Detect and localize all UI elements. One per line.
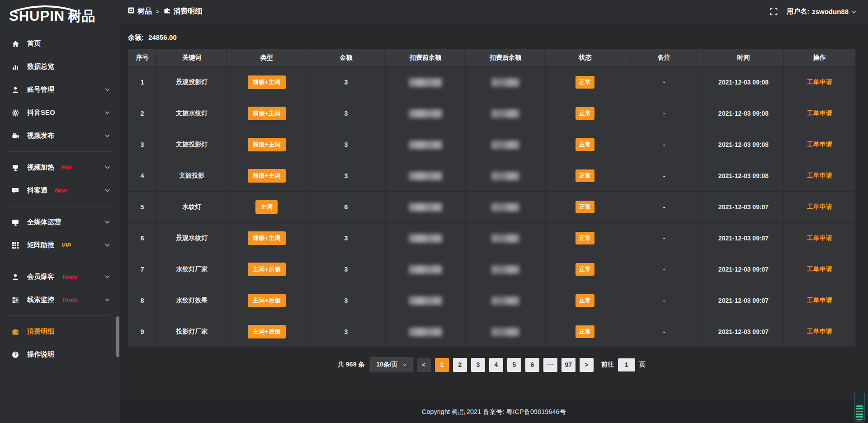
- wallet-icon: [12, 328, 21, 335]
- sidebar-item-douketong[interactable]: 抖客通 New: [0, 179, 120, 202]
- censored-balance-before: [409, 296, 442, 305]
- work-order-link[interactable]: 工单申请: [807, 172, 832, 179]
- corner-extension-widget: [854, 392, 865, 422]
- table-row: 1 景观投影灯 前缀+主词 3 正常 - 2021-12-03 09:08 工单…: [128, 67, 856, 98]
- table-row: 6 景观水纹灯 前缀+主词 3 正常 - 2021-12-03 09:07 工单…: [128, 223, 856, 254]
- sidebar-item-video-publish[interactable]: 视频发布: [0, 124, 120, 147]
- table-row: 5 水纹灯 主词 6 正常 - 2021-12-03 09:07 工单申请: [128, 192, 856, 223]
- status-badge: 正常: [576, 76, 594, 89]
- work-order-link[interactable]: 工单申请: [807, 78, 832, 85]
- censored-balance-after: [491, 141, 519, 149]
- censored-balance-after: [491, 203, 519, 212]
- cell-remark: -: [625, 285, 703, 316]
- page-button-6[interactable]: 6: [525, 358, 539, 372]
- censored-balance-before: [409, 172, 442, 180]
- page-button-5[interactable]: 5: [507, 358, 521, 372]
- sidebar-item-consumption-detail[interactable]: 消费明细: [0, 320, 120, 343]
- user-menu[interactable]: 用户名: zswodun88: [787, 7, 856, 16]
- sidebar-item-account-management[interactable]: 账号管理: [0, 78, 120, 101]
- work-order-link[interactable]: 工单申请: [807, 265, 832, 273]
- next-page-button[interactable]: >: [580, 358, 594, 372]
- status-badge: 正常: [576, 325, 594, 338]
- gear-icon: [12, 109, 21, 117]
- sidebar-item-clue-monitor[interactable]: 线索监控 Tools: [0, 288, 120, 311]
- sidebar-item-label: 视频加热: [27, 163, 54, 172]
- chevron-down-icon: [105, 298, 110, 301]
- breadcrumb-current-label: 消费明细: [174, 7, 203, 16]
- brand-logo[interactable]: SHUPIN 树品: [0, 3, 120, 26]
- status-badge: 正常: [576, 169, 594, 182]
- user-icon: [12, 86, 21, 94]
- cell-index: 7: [128, 254, 157, 285]
- chevron-down-icon: [105, 189, 110, 192]
- work-order-link[interactable]: 工单申请: [807, 296, 832, 304]
- page-button-97[interactable]: 97: [561, 358, 576, 372]
- censored-balance-before: [409, 234, 442, 243]
- page-button-1[interactable]: 1: [435, 358, 449, 372]
- sidebar-item-all-media[interactable]: 全媒体运营: [0, 211, 120, 234]
- page-button-3[interactable]: 3: [471, 358, 485, 372]
- censored-balance-after: [491, 328, 519, 336]
- cell-amount: 3: [307, 160, 386, 192]
- fullscreen-icon[interactable]: [770, 8, 778, 15]
- status-badge: 正常: [576, 232, 594, 244]
- work-order-link[interactable]: 工单申请: [807, 234, 832, 241]
- breadcrumb-root[interactable]: 树品: [128, 7, 152, 16]
- page-button-4[interactable]: 4: [489, 358, 503, 372]
- footer: Copyright 树品 2021 备案号: 粤ICP备09019646号: [120, 401, 868, 423]
- cell-remark: -: [625, 129, 703, 160]
- work-order-link[interactable]: 工单申请: [807, 328, 832, 335]
- column-header-amount: 金额: [307, 49, 386, 67]
- video-camera-icon: [12, 132, 21, 140]
- table-row: 9 投影灯厂家 主词+后缀 3 正常 - 2021-12-03 09:07 工单…: [128, 316, 856, 348]
- balance-summary: 余额: 24856.00: [128, 33, 856, 42]
- work-order-link[interactable]: 工单申请: [807, 109, 832, 117]
- cell-amount: 3: [307, 98, 386, 129]
- page-button-2[interactable]: 2: [453, 358, 467, 372]
- work-order-link[interactable]: 工单申请: [807, 203, 832, 210]
- sidebar-item-home[interactable]: 首页: [0, 32, 120, 55]
- cell-remark: -: [625, 316, 703, 348]
- cell-time: 2021-12-03 09:07: [703, 192, 783, 223]
- work-order-link[interactable]: 工单申请: [807, 141, 832, 148]
- chevron-down-icon: [105, 134, 110, 137]
- member-icon: [12, 273, 21, 281]
- goto-page-input[interactable]: [618, 358, 635, 371]
- status-badge: 正常: [576, 138, 594, 151]
- sidebar-item-member-baoke[interactable]: 会员爆客 Tools: [0, 265, 120, 288]
- censored-balance-before: [409, 328, 442, 336]
- sidebar-item-matrix-boost[interactable]: 矩阵助推 VIP: [0, 234, 120, 257]
- status-badge: 正常: [576, 107, 594, 120]
- sidebar-scrollbar-thumb[interactable]: [116, 316, 119, 357]
- cell-time: 2021-12-03 09:08: [703, 160, 783, 192]
- cell-keyword: 文旅投影灯: [157, 129, 227, 160]
- table-row: 2 文旅水纹灯 前缀+主词 3 正常 - 2021-12-03 09:08 工单…: [128, 98, 856, 129]
- chat-bubble-icon: [12, 187, 21, 194]
- sidebar-item-instructions[interactable]: ? 操作说明: [0, 343, 120, 366]
- page-size-select[interactable]: 10条/页: [370, 357, 412, 372]
- sidebar-divider: [8, 206, 112, 207]
- cell-index: 5: [128, 192, 157, 223]
- censored-balance-before: [409, 265, 442, 274]
- cell-index: 2: [128, 98, 157, 129]
- cell-amount: 3: [307, 254, 386, 285]
- cell-keyword: 景观投影灯: [157, 67, 227, 98]
- page-ellipsis-button[interactable]: ···: [543, 358, 557, 372]
- sidebar-item-label: 数据总览: [27, 62, 54, 71]
- sidebar-divider: [8, 261, 112, 261]
- goto-label: 前往: [601, 361, 614, 369]
- breadcrumb-root-label: 树品: [137, 7, 152, 16]
- sidebar-item-label: 操作说明: [27, 350, 54, 359]
- cell-time: 2021-12-03 09:07: [703, 223, 783, 254]
- cell-time: 2021-12-03 09:07: [703, 316, 783, 348]
- breadcrumb-current[interactable]: 消费明细: [164, 7, 203, 16]
- sliders-icon: [12, 296, 21, 304]
- topbar-right: 用户名: zswodun88: [770, 7, 856, 16]
- sidebar-divider: [8, 151, 112, 152]
- prev-page-button[interactable]: <: [417, 358, 431, 372]
- sidebar-item-data-overview[interactable]: 数据总览: [0, 55, 120, 78]
- table-row: 3 文旅投影灯 前缀+主词 3 正常 - 2021-12-03 09:08 工单…: [128, 129, 856, 160]
- monitor-icon: [12, 219, 21, 226]
- sidebar-item-douyin-seo[interactable]: 抖音SEO: [0, 101, 120, 124]
- sidebar-item-video-heat[interactable]: 视频加热 Hot: [0, 156, 120, 179]
